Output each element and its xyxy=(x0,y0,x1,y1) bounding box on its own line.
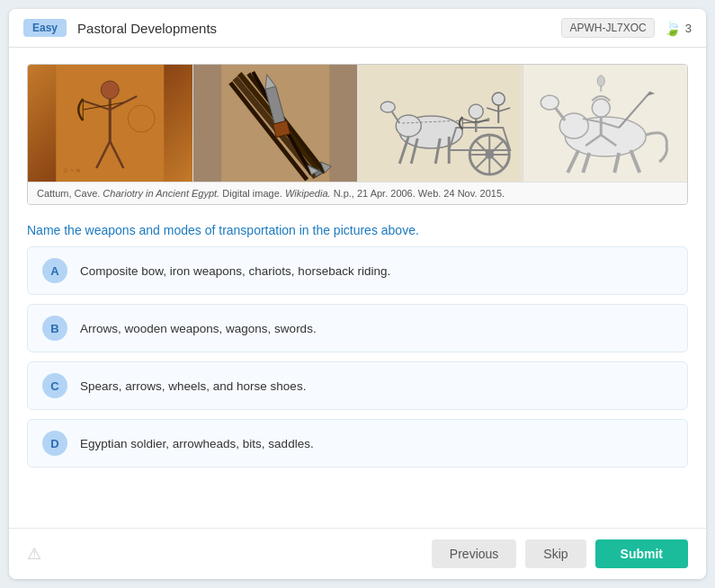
image-strip: ⊙ ≈ ≋ xyxy=(28,65,687,182)
option-b-letter: B xyxy=(42,316,67,341)
options-list: A Composite bow, iron weapons, chariots,… xyxy=(27,246,688,512)
leaf-counter: 🍃 3 xyxy=(664,20,692,37)
svg-point-2 xyxy=(101,81,119,99)
caption-source: Wikipedia. xyxy=(285,188,331,199)
leaf-icon: 🍃 xyxy=(664,20,682,37)
option-b[interactable]: B Arrows, wooden weapons, wagons, swords… xyxy=(27,304,688,352)
previous-button[interactable]: Previous xyxy=(432,539,516,568)
submit-button[interactable]: Submit xyxy=(595,539,688,568)
header-right: APWH-JL7XOC 🍃 3 xyxy=(561,18,692,38)
skip-button[interactable]: Skip xyxy=(525,539,585,568)
option-d-letter: D xyxy=(42,431,67,456)
svg-point-60 xyxy=(592,99,610,117)
caption-text-1: Cattum, Cave. xyxy=(37,188,103,199)
leaf-count: 3 xyxy=(685,22,692,35)
svg-point-33 xyxy=(380,102,395,112)
option-c[interactable]: C Spears, arrows, wheels, and horse shoe… xyxy=(27,361,688,410)
svg-point-59 xyxy=(541,95,559,110)
svg-point-69 xyxy=(597,76,604,86)
image-container: ⊙ ≈ ≋ xyxy=(27,64,688,205)
main-content: ⊙ ≈ ≋ xyxy=(9,48,706,528)
image-section-2 xyxy=(193,65,359,182)
header: Easy Pastoral Developments APWH-JL7XOC 🍃… xyxy=(9,9,706,48)
svg-point-46 xyxy=(492,93,505,105)
option-a[interactable]: A Composite bow, iron weapons, chariots,… xyxy=(27,246,688,295)
image-section-3 xyxy=(358,65,523,182)
image-section-4 xyxy=(523,65,688,182)
option-c-text: Spears, arrows, wheels, and horse shoes. xyxy=(80,379,306,393)
svg-point-40 xyxy=(469,104,483,119)
footer-left: ⚠ xyxy=(27,544,423,564)
caption-italic: Chariotry in Ancient Egypt. xyxy=(103,188,219,199)
option-a-text: Composite bow, iron weapons, chariots, h… xyxy=(80,264,390,278)
quiz-card: Easy Pastoral Developments APWH-JL7XOC 🍃… xyxy=(9,9,706,579)
caption-text-2: Digital image. xyxy=(219,188,285,199)
caption-text-3: N.p., 21 Apr. 2006. Web. 24 Nov. 2015. xyxy=(331,188,505,199)
option-b-text: Arrows, wooden weapons, wagons, swords. xyxy=(80,322,317,335)
difficulty-badge: Easy xyxy=(23,19,67,37)
option-c-letter: C xyxy=(42,373,67,398)
image-section-1: ⊙ ≈ ≋ xyxy=(28,65,193,182)
warning-icon: ⚠ xyxy=(27,544,41,564)
footer: ⚠ Previous Skip Submit xyxy=(9,528,706,579)
option-d-text: Egyptian soldier, arrowheads, bits, sadd… xyxy=(80,437,314,450)
svg-point-31 xyxy=(396,115,421,137)
option-a-letter: A xyxy=(42,258,67,283)
page-title: Pastoral Developments xyxy=(77,21,561,36)
session-code: APWH-JL7XOC xyxy=(561,18,654,38)
svg-text:⊙ ≈ ≋: ⊙ ≈ ≋ xyxy=(63,167,81,174)
option-d[interactable]: D Egyptian soldier, arrowheads, bits, sa… xyxy=(27,419,688,468)
question-text: Name the weapons and modes of transporta… xyxy=(27,223,688,237)
image-caption: Cattum, Cave. Chariotry in Ancient Egypt… xyxy=(28,182,687,204)
